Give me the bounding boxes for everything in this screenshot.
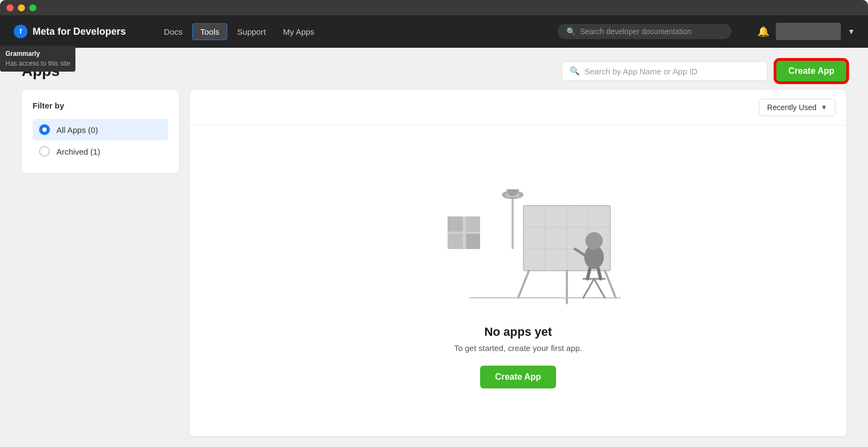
nav-docs[interactable]: Docs <box>156 24 190 40</box>
svg-line-26 <box>588 269 590 279</box>
illustration-svg <box>415 173 621 314</box>
empty-state-title: No apps yet <box>484 325 552 339</box>
content-row: Filter by All Apps (0) Archived (1) <box>0 90 868 447</box>
header-right: 🔍 Create App <box>561 61 846 81</box>
svg-line-22 <box>594 279 605 298</box>
app-window: Grammarly Has access to this site f Meta… <box>0 0 868 447</box>
filter-all-apps[interactable]: All Apps (0) <box>33 119 168 141</box>
empty-illustration <box>415 173 621 314</box>
apps-panel-header: Recently Used ▼ <box>190 90 846 125</box>
svg-rect-4 <box>466 216 480 232</box>
svg-line-18 <box>605 271 616 298</box>
nav-icons: 🔔 ▼ <box>757 23 855 40</box>
radio-all-apps <box>39 124 50 135</box>
create-app-main-button[interactable]: Create App <box>480 366 557 388</box>
filter-all-apps-label: All Apps (0) <box>56 125 98 135</box>
filter-archived-label: Archived (1) <box>56 147 100 156</box>
doc-search-bar[interactable]: 🔍 <box>558 24 731 39</box>
bell-icon[interactable]: 🔔 <box>757 25 769 37</box>
filter-title: Filter by <box>33 101 168 110</box>
main-content: Apps 🔍 Create App Filter by All Apps <box>0 48 868 447</box>
user-avatar[interactable] <box>776 23 841 40</box>
navbar: Grammarly Has access to this site f Meta… <box>0 15 868 48</box>
page-header: Apps 🔍 Create App <box>0 48 868 90</box>
filter-archived[interactable]: Archived (1) <box>33 141 168 162</box>
sort-dropdown[interactable]: Recently Used ▼ <box>759 99 835 116</box>
apps-panel: Recently Used ▼ <box>190 90 846 436</box>
search-icon: 🔍 <box>566 27 576 36</box>
svg-point-25 <box>585 232 603 250</box>
radio-archived <box>39 146 50 157</box>
svg-line-21 <box>583 279 594 298</box>
nav-tools[interactable]: Tools <box>192 23 227 40</box>
svg-rect-5 <box>448 234 463 249</box>
title-bar <box>0 0 868 15</box>
svg-line-17 <box>518 271 529 298</box>
svg-rect-3 <box>448 216 463 232</box>
nav-links: Docs Tools Support My Apps <box>156 23 322 40</box>
chevron-down-icon[interactable]: ▼ <box>847 27 855 36</box>
empty-state-subtitle: To get started, create your first app. <box>454 343 582 353</box>
search-icon: 🔍 <box>570 66 580 76</box>
sort-label: Recently Used <box>767 103 816 112</box>
svg-line-27 <box>598 269 601 279</box>
create-app-header-button[interactable]: Create App <box>776 61 846 81</box>
doc-search-input[interactable] <box>580 27 723 36</box>
logo-text: Meta for Developers <box>33 26 126 37</box>
maximize-button[interactable] <box>29 4 36 11</box>
empty-state: No apps yet To get started, create your … <box>190 125 846 436</box>
svg-rect-7 <box>512 195 514 249</box>
minimize-button[interactable] <box>18 4 25 11</box>
chevron-down-icon: ▼ <box>821 104 827 111</box>
filter-panel: Filter by All Apps (0) Archived (1) <box>22 90 179 173</box>
tooltip-subtitle: Has access to this site <box>5 59 70 68</box>
app-search-input[interactable] <box>584 67 760 76</box>
radio-inner <box>42 127 47 132</box>
meta-logo-icon: f <box>13 24 28 39</box>
svg-rect-6 <box>466 234 480 249</box>
logo[interactable]: f Meta for Developers <box>13 24 126 39</box>
app-search-bar[interactable]: 🔍 <box>561 61 768 81</box>
nav-my-apps[interactable]: My Apps <box>276 24 322 40</box>
tooltip-title: Grammarly <box>5 49 70 59</box>
nav-support[interactable]: Support <box>229 24 273 40</box>
tooltip: Grammarly Has access to this site <box>0 46 75 72</box>
close-button[interactable] <box>7 4 14 11</box>
